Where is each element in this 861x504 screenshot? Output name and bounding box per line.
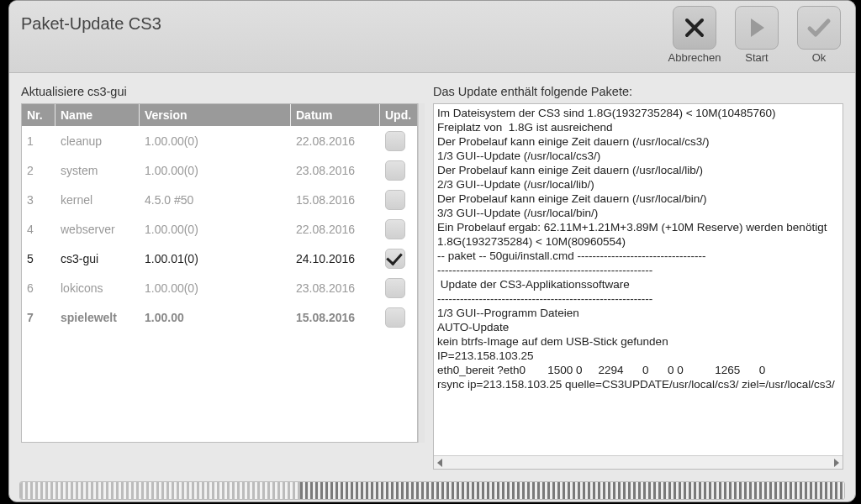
cell-upd [380,160,417,181]
update-checkbox[interactable] [385,278,405,298]
toolbar: Abbrechen Start Ok [670,1,843,64]
cell-nr: 4 [22,223,55,236]
cell-version: 1.00.00 [140,311,291,324]
left-heading: Aktualisiere cs3-gui [21,85,425,98]
table-header: Nr. Name Version Datum Upd. [22,104,417,126]
cell-date: 15.08.2016 [291,311,380,324]
cell-upd [380,190,417,210]
cell-date: 23.08.2016 [291,164,380,177]
cell-nr: 3 [22,193,55,207]
cell-date: 23.08.2016 [291,281,380,295]
close-icon [673,6,716,50]
cell-nr: 1 [22,134,55,148]
cell-name: kernel [55,193,140,207]
table-scrollbar[interactable] [418,103,425,443]
cell-nr: 7 [22,311,55,324]
col-nr[interactable]: Nr. [22,104,55,126]
start-button[interactable]: Start [732,6,781,64]
cell-version: 4.5.0 #50 [140,193,291,207]
content-area: Aktualisiere cs3-gui Nr. Name Version Da… [9,73,855,476]
update-checkbox[interactable] [385,219,405,239]
start-label: Start [745,51,768,64]
cell-upd [380,219,417,239]
cell-date: 22.08.2016 [291,134,380,148]
ok-button[interactable]: Ok [795,6,843,64]
update-checkbox[interactable] [385,160,405,181]
cancel-label: Abbrechen [668,51,721,64]
cell-date: 15.08.2016 [291,193,380,207]
update-checkbox[interactable] [385,307,405,328]
log-output[interactable]: Im Dateisystem der CS3 sind 1.8G(1932735… [434,104,843,455]
cell-nr: 2 [22,164,55,177]
cell-name: spielewelt [55,311,140,324]
cell-date: 24.10.2016 [291,252,380,265]
package-list-panel: Aktualisiere cs3-gui Nr. Name Version Da… [21,85,425,470]
cell-upd [380,131,417,151]
col-upd[interactable]: Upd. [380,104,417,126]
progress-bar [19,481,845,500]
cell-name: cs3-gui [55,252,140,265]
update-dialog: Paket-Update CS3 Abbrechen Start Ok [8,0,856,502]
cell-name: cleanup [55,134,140,148]
progress-fill [20,482,300,499]
cell-version: 1.00.00(0) [140,223,291,236]
cell-version: 1.00.01(0) [140,252,291,265]
window-title: Paket-Update CS3 [21,1,161,34]
table-row[interactable]: 2system1.00.00(0)23.08.2016 [22,155,417,185]
cell-date: 22.08.2016 [291,223,380,236]
table-row[interactable]: 1cleanup1.00.00(0)22.08.2016 [22,126,417,155]
cell-version: 1.00.00(0) [140,134,291,148]
table-row[interactable]: 5cs3-gui1.00.01(0)24.10.2016 [22,244,417,273]
ok-label: Ok [812,51,827,64]
table-row[interactable]: 4webserver1.00.00(0)22.08.2016 [22,214,417,244]
update-checkbox[interactable] [385,249,405,269]
titlebar: Paket-Update CS3 Abbrechen Start Ok [9,1,855,73]
col-date[interactable]: Datum [291,104,380,126]
log-container: Im Dateisystem der CS3 sind 1.8G(1932735… [433,103,843,470]
cell-upd [380,307,417,328]
log-h-scrollbar[interactable] [434,455,843,469]
check-icon [797,6,841,50]
play-icon [735,6,779,50]
table-row[interactable]: 7spielewelt1.00.0015.08.2016 [22,302,417,332]
progress-area [9,476,855,501]
cell-name: webserver [55,223,140,236]
cell-nr: 6 [22,281,55,295]
cell-version: 1.00.00(0) [140,281,291,295]
cancel-button[interactable]: Abbrechen [670,6,719,64]
update-checkbox[interactable] [385,190,405,210]
col-name[interactable]: Name [55,104,140,126]
cell-upd [380,249,417,269]
cell-version: 1.00.00(0) [140,164,291,177]
log-panel: Das Update enthält folgende Pakete: Im D… [433,85,843,470]
cell-upd [380,278,417,298]
table-row[interactable]: 3kernel4.5.0 #5015.08.2016 [22,185,417,214]
table-body[interactable]: 1cleanup1.00.00(0)22.08.20162system1.00.… [22,126,417,442]
cell-name: system [55,164,140,177]
table-row[interactable]: 6lokicons1.00.00(0)23.08.2016 [22,273,417,302]
package-table: Nr. Name Version Datum Upd. 1cleanup1.00… [21,103,418,443]
progress-rest [300,482,844,499]
cell-name: lokicons [55,281,140,295]
right-heading: Das Update enthält folgende Pakete: [433,85,843,98]
col-version[interactable]: Version [140,104,291,126]
update-checkbox[interactable] [385,131,405,151]
cell-nr: 5 [22,252,55,265]
